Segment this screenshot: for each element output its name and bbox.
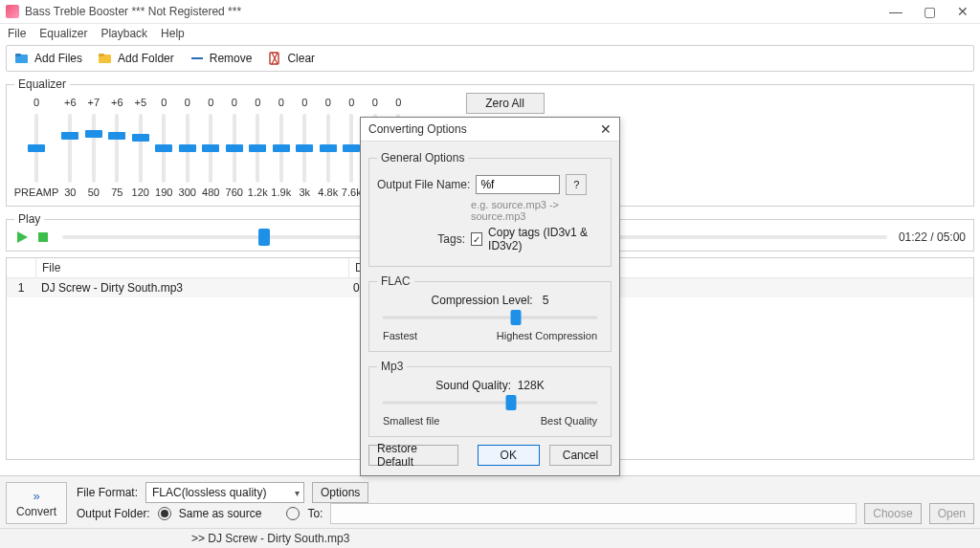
eq-band-4: 0190 (152, 97, 176, 198)
eq-band-slider-0[interactable] (68, 114, 72, 183)
eq-band-slider-6[interactable] (209, 114, 212, 183)
eq-band-thumb-3[interactable] (132, 134, 149, 142)
eq-band-value-3: +5 (134, 97, 146, 110)
status-bar: >> DJ Screw - Dirty South.mp3 (0, 528, 980, 548)
menu-equalizer[interactable]: Equalizer (39, 27, 87, 40)
eq-band-slider-4[interactable] (162, 114, 166, 183)
add-files-icon (14, 51, 30, 66)
eq-band-value-8: 0 (255, 97, 260, 110)
play-icon[interactable] (14, 230, 30, 245)
eq-band-7: 0760 (223, 97, 247, 198)
maximize-icon[interactable]: ▢ (924, 5, 936, 18)
eq-band-slider-3[interactable] (139, 114, 143, 183)
eq-band-0: +630 (58, 97, 82, 198)
eq-band-label-2: 75 (111, 186, 122, 198)
eq-band-thumb-0[interactable] (61, 132, 78, 140)
output-file-name-help-button[interactable]: ? (566, 174, 587, 195)
eq-band-thumb-11[interactable] (320, 144, 337, 152)
clear-button[interactable]: Clear (263, 49, 319, 68)
col-file[interactable]: File (36, 258, 349, 277)
file-format-label: File Format: (77, 486, 138, 499)
compression-thumb[interactable] (510, 310, 521, 325)
eq-band-slider-9[interactable] (279, 114, 283, 183)
mp3-legend: Mp3 (377, 360, 407, 373)
sound-quality-slider[interactable] (383, 394, 597, 411)
ok-button[interactable]: OK (478, 445, 540, 466)
eq-band-thumb-6[interactable] (202, 144, 219, 152)
eq-band-thumb-4[interactable] (155, 144, 172, 152)
eq-band-label-7: 760 (226, 186, 243, 198)
same-as-source-radio[interactable] (158, 507, 171, 520)
menu-bar: File Equalizer Playback Help (0, 24, 980, 45)
col-index[interactable] (7, 258, 36, 277)
window-controls: — ▢ ✕ (889, 5, 974, 18)
eq-band-6: 0480 (199, 97, 223, 198)
eq-band-thumb-12[interactable] (343, 144, 360, 152)
eq-band-slider-10[interactable] (302, 114, 306, 183)
eq-band-slider-5[interactable] (186, 114, 189, 183)
choose-button[interactable]: Choose (864, 503, 921, 524)
copy-tags-checkbox[interactable]: ✓ (471, 232, 482, 246)
menu-file[interactable]: File (8, 27, 26, 40)
eq-band-thumb-1[interactable] (85, 130, 102, 138)
eq-preamp-slider[interactable] (34, 114, 38, 183)
eq-band-thumb-10[interactable] (296, 144, 313, 152)
eq-band-11: 04.8k (317, 97, 341, 198)
sound-quality-thumb[interactable] (506, 395, 517, 410)
remove-icon (189, 51, 205, 66)
eq-band-slider-1[interactable] (92, 114, 96, 183)
remove-button[interactable]: Remove (186, 49, 256, 68)
play-legend: Play (14, 212, 44, 226)
output-file-name-input[interactable] (476, 175, 560, 194)
eq-band-1: +750 (82, 97, 106, 198)
compression-level-slider[interactable] (383, 309, 597, 326)
add-folder-button[interactable]: Add Folder (94, 49, 178, 68)
eq-band-2: +675 (105, 97, 129, 198)
menu-help[interactable]: Help (161, 27, 185, 40)
eq-band-value-5: 0 (185, 97, 190, 110)
eq-band-value-11: 0 (325, 97, 331, 110)
options-button[interactable]: Options (312, 482, 368, 503)
sound-quality-value: 128K (518, 379, 545, 392)
file-format-select[interactable]: FLAC(lossless quality) (145, 482, 304, 503)
flac-legend: FLAC (377, 274, 414, 288)
smallest-file-label: Smallest file (383, 415, 439, 427)
eq-band-thumb-2[interactable] (108, 132, 125, 140)
stop-icon[interactable] (35, 230, 51, 245)
close-icon[interactable]: ✕ (957, 5, 969, 18)
eq-preamp-value: 0 (33, 97, 39, 110)
open-button[interactable]: Open (929, 503, 974, 524)
eq-band-slider-11[interactable] (326, 114, 330, 183)
highest-compression-label: Highest Compression (497, 330, 597, 341)
restore-default-button[interactable]: Restore Default (368, 445, 458, 466)
dialog-close-icon[interactable]: ✕ (600, 121, 612, 137)
to-radio[interactable] (286, 507, 300, 520)
cancel-button[interactable]: Cancel (549, 445, 612, 466)
play-thumb[interactable] (258, 229, 270, 246)
output-path-input[interactable] (330, 503, 857, 524)
zero-all-button[interactable]: Zero All (466, 93, 545, 114)
eq-band-5: 0300 (176, 97, 200, 198)
eq-band-slider-12[interactable] (349, 114, 353, 183)
eq-band-thumb-9[interactable] (273, 144, 290, 152)
toolbar: Add Files Add Folder Remove Clear (6, 45, 974, 72)
eq-band-slider-7[interactable] (233, 114, 236, 183)
eq-preamp-thumb[interactable] (28, 144, 45, 152)
dialog-title: Converting Options (368, 122, 467, 136)
eq-band-thumb-8[interactable] (249, 144, 266, 152)
eq-band-label-0: 30 (64, 186, 76, 198)
convert-button[interactable]: » Convert (6, 482, 67, 524)
eq-band-value-1: +7 (87, 97, 100, 110)
menu-playback[interactable]: Playback (100, 27, 147, 40)
add-folder-icon (98, 51, 113, 66)
output-folder-label: Output Folder: (77, 507, 150, 520)
minimize-icon[interactable]: — (889, 5, 902, 18)
eq-band-label-8: 1.2k (248, 186, 268, 198)
fastest-label: Fastest (383, 330, 417, 341)
eq-band-slider-2[interactable] (115, 114, 119, 183)
eq-band-slider-8[interactable] (256, 114, 259, 183)
add-files-button[interactable]: Add Files (11, 49, 86, 68)
eq-band-thumb-7[interactable] (226, 144, 243, 152)
eq-band-thumb-5[interactable] (179, 144, 196, 152)
eq-band-9: 01.9k (270, 97, 294, 198)
